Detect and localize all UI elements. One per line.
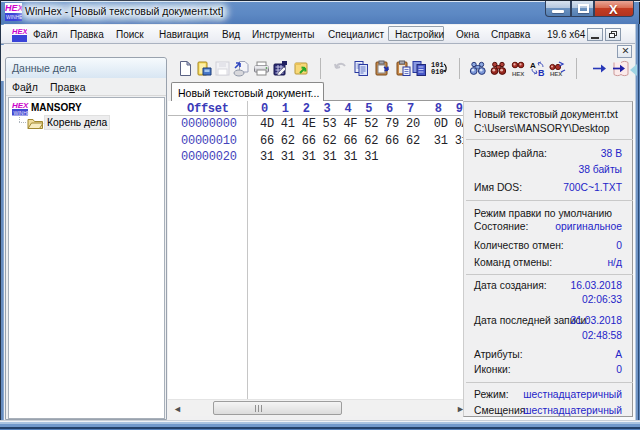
svg-text:HEX: HEX [512,71,524,77]
svg-text:HEX: HEX [12,27,27,36]
svg-text:010: 010 [431,68,444,76]
svg-text:B: B [538,68,545,77]
svg-text:WINHEX: WINHEX [14,110,30,116]
svg-text:A: A [530,61,536,70]
svg-text:HEX: HEX [550,71,562,77]
